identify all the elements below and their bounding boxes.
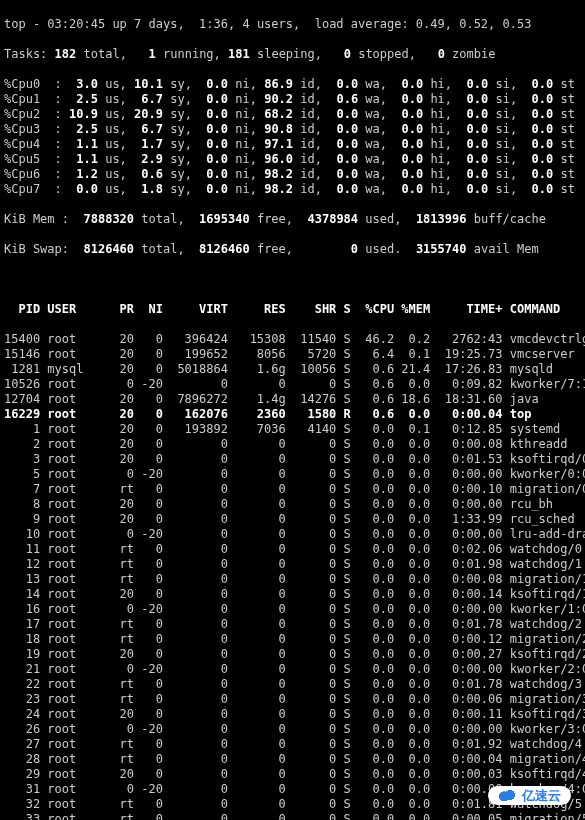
process-row: 24 root 20 0 0 0 0 S 0.0 0.0 0:00.11 kso… (4, 707, 581, 722)
terminal-output: top - 03:20:45 up 7 days, 1:36, 4 users,… (0, 0, 585, 820)
process-row: 17 root rt 0 0 0 0 S 0.0 0.0 0:01.78 wat… (4, 617, 581, 632)
process-row: 18 root rt 0 0 0 0 S 0.0 0.0 0:00.12 mig… (4, 632, 581, 647)
process-row: 15146 root 20 0 199652 8056 5720 S 6.4 0… (4, 347, 581, 362)
summary-cpu-4: %Cpu4 : 1.1 us, 1.7 sy, 0.0 ni, 97.1 id,… (4, 137, 581, 152)
process-row: 22 root rt 0 0 0 0 S 0.0 0.0 0:01.78 wat… (4, 677, 581, 692)
process-row: 1281 mysql 20 0 5018864 1.6g 10056 S 0.6… (4, 362, 581, 377)
process-row: 9 root 20 0 0 0 0 S 0.0 0.0 1:33.99 rcu_… (4, 512, 581, 527)
process-row: 26 root 0 -20 0 0 0 S 0.0 0.0 0:00.00 kw… (4, 722, 581, 737)
process-row: 1 root 20 0 193892 7036 4140 S 0.0 0.1 0… (4, 422, 581, 437)
process-row: 16229 root 20 0 162076 2360 1580 R 0.6 0… (4, 407, 581, 422)
summary-line-tasks: Tasks: 182 total, 1 running, 181 sleepin… (4, 47, 581, 62)
summary-cpu-3: %Cpu3 : 2.5 us, 6.7 sy, 0.0 ni, 90.8 id,… (4, 122, 581, 137)
process-row: 12 root rt 0 0 0 0 S 0.0 0.0 0:01.98 wat… (4, 557, 581, 572)
process-row: 27 root rt 0 0 0 0 S 0.0 0.0 0:01.92 wat… (4, 737, 581, 752)
summary-cpu-1: %Cpu1 : 2.5 us, 6.7 sy, 0.0 ni, 90.2 id,… (4, 92, 581, 107)
process-row: 5 root 0 -20 0 0 0 S 0.0 0.0 0:00.00 kwo… (4, 467, 581, 482)
summary-mem: KiB Mem : 7888320 total, 1695340 free, 4… (4, 212, 581, 227)
process-row: 14 root 20 0 0 0 0 S 0.0 0.0 0:00.14 kso… (4, 587, 581, 602)
process-row: 10526 root 0 -20 0 0 0 S 0.6 0.0 0:09.82… (4, 377, 581, 392)
process-row: 21 root 0 -20 0 0 0 S 0.0 0.0 0:00.00 kw… (4, 662, 581, 677)
summary-cpu-5: %Cpu5 : 1.1 us, 2.9 sy, 0.0 ni, 96.0 id,… (4, 152, 581, 167)
process-row: 28 root rt 0 0 0 0 S 0.0 0.0 0:00.04 mig… (4, 752, 581, 767)
process-row: 12704 root 20 0 7896272 1.4g 14276 S 0.6… (4, 392, 581, 407)
summary-cpu-7: %Cpu7 : 0.0 us, 1.8 sy, 0.0 ni, 98.2 id,… (4, 182, 581, 197)
process-row: 10 root 0 -20 0 0 0 S 0.0 0.0 0:00.00 lr… (4, 527, 581, 542)
summary-cpu-0: %Cpu0 : 3.0 us, 10.1 sy, 0.0 ni, 86.9 id… (4, 77, 581, 92)
summary-line-top: top - 03:20:45 up 7 days, 1:36, 4 users,… (4, 17, 581, 32)
column-headers: PID USER PR NI VIRT RES SHR S %CPU %MEM … (4, 302, 581, 317)
process-row: 2 root 20 0 0 0 0 S 0.0 0.0 0:00.08 kthr… (4, 437, 581, 452)
process-row: 19 root 20 0 0 0 0 S 0.0 0.0 0:00.27 kso… (4, 647, 581, 662)
process-row: 16 root 0 -20 0 0 0 S 0.0 0.0 0:00.00 kw… (4, 602, 581, 617)
process-row: 29 root 20 0 0 0 0 S 0.0 0.0 0:00.03 kso… (4, 767, 581, 782)
process-row: 8 root 20 0 0 0 0 S 0.0 0.0 0:00.00 rcu_… (4, 497, 581, 512)
process-row: 15400 root 20 0 396424 15308 11540 S 46.… (4, 332, 581, 347)
process-row: 7 root rt 0 0 0 0 S 0.0 0.0 0:00.10 migr… (4, 482, 581, 497)
process-row: 11 root rt 0 0 0 0 S 0.0 0.0 0:02.06 wat… (4, 542, 581, 557)
process-row: 23 root rt 0 0 0 0 S 0.0 0.0 0:00.06 mig… (4, 692, 581, 707)
process-row: 33 root rt 0 0 0 0 S 0.0 0.0 0:00.05 mig… (4, 812, 581, 820)
process-row: 13 root rt 0 0 0 0 S 0.0 0.0 0:00.08 mig… (4, 572, 581, 587)
summary-swap: KiB Swap: 8126460 total, 8126460 free, 0… (4, 242, 581, 257)
process-row: 3 root 20 0 0 0 0 S 0.0 0.0 0:01.53 ksof… (4, 452, 581, 467)
summary-cpu-2: %Cpu2 : 10.9 us, 20.9 sy, 0.0 ni, 68.2 i… (4, 107, 581, 122)
yisu-logo: 亿速云 (488, 786, 571, 805)
summary-cpu-6: %Cpu6 : 1.2 us, 0.6 sy, 0.0 ni, 98.2 id,… (4, 167, 581, 182)
